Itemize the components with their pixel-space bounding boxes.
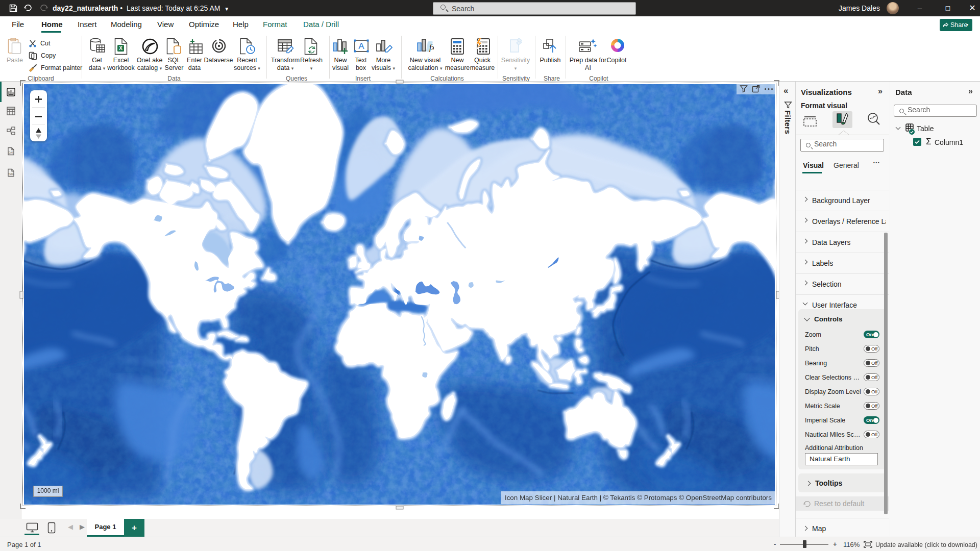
- svg-text:X: X: [119, 45, 122, 51]
- svg-text:A: A: [358, 41, 364, 51]
- svg-text:fx: fx: [429, 43, 434, 52]
- svg-text:DAX: DAX: [8, 151, 14, 154]
- svg-text:TMDL: TMDL: [8, 173, 15, 176]
